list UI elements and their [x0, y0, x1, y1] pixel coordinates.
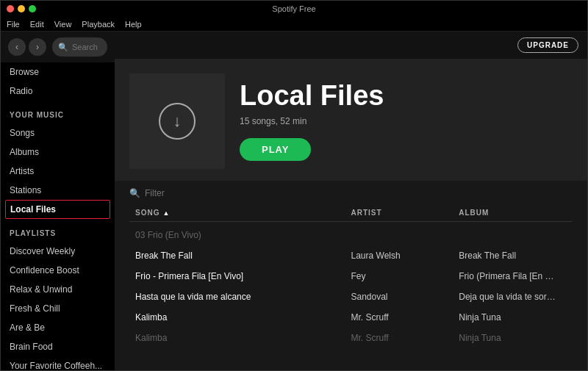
- track-artist-cell: Mr. Scruff: [351, 312, 459, 323]
- track-artist-cell: Laura Welsh: [351, 251, 459, 261]
- search-input[interactable]: [72, 43, 101, 51]
- upgrade-button[interactable]: UPGRADE: [517, 37, 578, 53]
- title-bar: Spotify Free: [1, 1, 587, 17]
- sidebar: ‹ › 🔍 Browse Radio YOUR MUSIC Songs Albu…: [1, 32, 115, 371]
- filter-bar: 🔍: [115, 181, 587, 204]
- nav-arrows: ‹ ›: [8, 38, 46, 56]
- menu-file[interactable]: File: [7, 20, 20, 29]
- play-button[interactable]: PLAY: [240, 138, 311, 161]
- table-row[interactable]: KalimbaMr. ScruffNinja Tuna: [129, 328, 573, 348]
- menu-bar: File Edit View Playback Help: [1, 17, 587, 32]
- back-button[interactable]: ‹: [8, 38, 26, 56]
- sidebar-item-relax-unwind[interactable]: Relax & Unwind: [1, 280, 115, 299]
- menu-help[interactable]: Help: [125, 20, 142, 29]
- table-row[interactable]: 03 Frio (En Vivo): [129, 225, 573, 245]
- filter-icon: 🔍: [129, 188, 140, 198]
- sidebar-item-your-favorite-coffeeh[interactable]: Your Favorite Coffeeh...: [1, 356, 115, 371]
- table-row[interactable]: KalimbaMr. ScruffNinja Tuna: [129, 307, 573, 328]
- sidebar-item-fresh-chill[interactable]: Fresh & Chill: [1, 299, 115, 318]
- app-container: ‹ › 🔍 Browse Radio YOUR MUSIC Songs Albu…: [1, 32, 587, 371]
- table-row[interactable]: Hasta que la vida me alcanceSandovalDeja…: [129, 287, 573, 307]
- close-dot[interactable]: [7, 5, 14, 12]
- sidebar-item-are-be[interactable]: Are & Be: [1, 318, 115, 337]
- sidebar-item-songs[interactable]: Songs: [1, 123, 115, 143]
- filter-input[interactable]: [145, 188, 255, 198]
- column-album: ALBUM: [459, 209, 567, 217]
- album-art: ↓: [129, 73, 225, 169]
- forward-button[interactable]: ›: [29, 38, 46, 56]
- track-artist-cell: Fey: [351, 271, 459, 281]
- download-icon: ↓: [159, 103, 196, 140]
- app-title: Spotify Free: [272, 4, 315, 13]
- sidebar-item-stations[interactable]: Stations: [1, 181, 115, 200]
- menu-edit[interactable]: Edit: [30, 20, 44, 29]
- track-song-cell: Frio - Primera Fila [En Vivo]: [135, 271, 351, 281]
- main-content: ↓ Local Files 15 songs, 52 min PLAY 🔍 SO…: [115, 59, 587, 371]
- your-music-label: YOUR MUSIC: [1, 101, 115, 123]
- sidebar-item-radio[interactable]: Radio: [1, 82, 115, 101]
- sidebar-item-artists[interactable]: Artists: [1, 162, 115, 181]
- playlist-header: ↓ Local Files 15 songs, 52 min PLAY: [115, 59, 587, 181]
- track-song-cell: 03 Frio (En Vivo): [135, 230, 351, 240]
- sidebar-item-discover-weekly[interactable]: Discover Weekly: [1, 242, 115, 261]
- menu-view[interactable]: View: [54, 20, 72, 29]
- track-album-cell: Break The Fall: [459, 251, 567, 261]
- column-song: SONG ▲: [135, 209, 351, 217]
- sidebar-item-browse[interactable]: Browse: [1, 62, 115, 82]
- track-rows-container: 03 Frio (En Vivo)Break The FallLaura Wel…: [129, 225, 573, 348]
- track-song-cell: Kalimba: [135, 333, 351, 343]
- search-bar[interactable]: 🔍: [52, 37, 107, 57]
- column-artist: ARTIST: [351, 209, 459, 217]
- track-song-cell: Hasta que la vida me alcance: [135, 292, 351, 302]
- track-album-cell: Frio (Primera Fila [En Vivo]): [459, 271, 567, 281]
- minimize-dot[interactable]: [18, 5, 25, 12]
- top-nav: ‹ › 🔍: [1, 32, 115, 62]
- playlist-info: Local Files 15 songs, 52 min PLAY: [240, 73, 384, 161]
- table-row[interactable]: Frio - Primera Fila [En Vivo]FeyFrio (Pr…: [129, 266, 573, 287]
- track-album-cell: Deja que la vida te sorprenda: [459, 292, 567, 302]
- track-album-cell: [459, 230, 567, 240]
- sidebar-item-confidence-boost[interactable]: Confidence Boost: [1, 261, 115, 280]
- table-row[interactable]: Break The FallLaura WelshBreak The Fall: [129, 245, 573, 266]
- track-song-cell: Break The Fall: [135, 251, 351, 261]
- playlist-title: Local Files: [240, 81, 384, 112]
- track-artist-cell: Mr. Scruff: [351, 333, 459, 343]
- window-controls: [7, 5, 36, 12]
- sidebar-item-brain-food[interactable]: Brain Food: [1, 337, 115, 356]
- track-song-cell: Kalimba: [135, 312, 351, 323]
- track-artist-cell: Sandoval: [351, 292, 459, 302]
- sidebar-item-local-files[interactable]: Local Files: [5, 200, 110, 219]
- track-album-cell: Ninja Tuna: [459, 312, 567, 323]
- playlists-label: PLAYLISTS: [1, 219, 115, 242]
- track-artist-cell: [351, 230, 459, 240]
- playlist-meta: 15 songs, 52 min: [240, 116, 384, 126]
- sidebar-item-albums[interactable]: Albums: [1, 143, 115, 162]
- menu-playback[interactable]: Playback: [82, 20, 115, 29]
- track-album-cell: Ninja Tuna: [459, 333, 567, 343]
- maximize-dot[interactable]: [29, 5, 36, 12]
- track-list: SONG ▲ ARTIST ALBUM 03 Frio (En Vivo)Bre…: [115, 204, 587, 348]
- sort-arrow-icon: ▲: [162, 209, 170, 217]
- search-icon: 🔍: [58, 43, 68, 52]
- track-list-header: SONG ▲ ARTIST ALBUM: [129, 204, 573, 222]
- right-panel: UPGRADE ↓ Local Files 15 songs, 52 min P…: [115, 32, 587, 371]
